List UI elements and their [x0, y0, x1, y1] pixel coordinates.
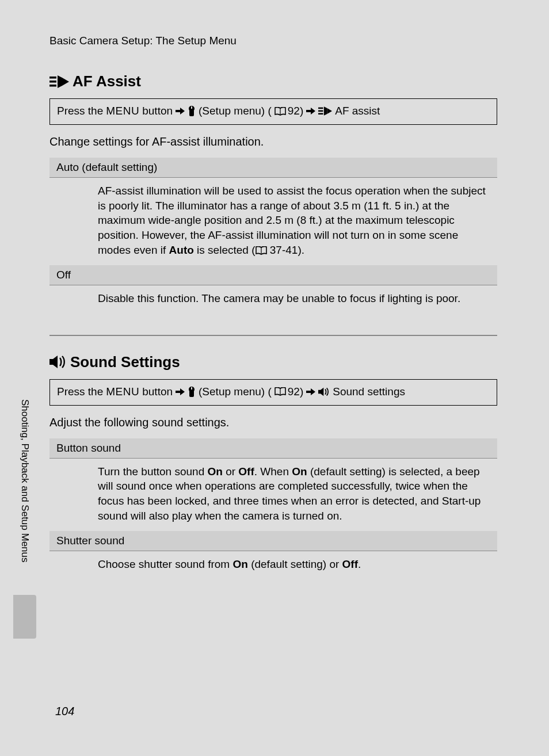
side-tab-label: Shooting, Playback and Setup Menus: [13, 399, 30, 588]
book-icon: [274, 107, 286, 116]
option-text: (default setting) or: [248, 558, 342, 570]
svg-rect-0: [49, 77, 56, 79]
page-number: 104: [55, 705, 74, 718]
option-text: .: [358, 558, 361, 570]
wrench-icon: [188, 387, 196, 397]
option-text: Disable this function. The camera may be…: [98, 292, 460, 304]
option-text: . When: [254, 465, 292, 478]
arrow-right-icon: [176, 107, 185, 115]
options-table-sound: Button sound Turn the button sound On or…: [49, 438, 497, 580]
option-body: Choose shutter sound from On (default se…: [49, 551, 497, 580]
option-header: Off: [49, 265, 497, 285]
nav-text: (Setup menu) (: [199, 385, 272, 398]
wrench-icon: [188, 106, 196, 116]
section-af-assist: AF Assist Press the MENU button (Setup m…: [49, 72, 497, 314]
page-reference: 92): [274, 385, 303, 398]
option-bold: Off: [342, 558, 358, 570]
option-header: Auto (default setting): [49, 158, 497, 178]
af-assist-icon: [318, 106, 332, 116]
sound-icon: [318, 387, 330, 396]
svg-rect-2: [49, 85, 56, 87]
option-text: is selected (: [194, 244, 256, 256]
option-bold: On: [292, 465, 307, 478]
options-table-af-assist: Auto (default setting) AF-assist illumin…: [49, 158, 497, 314]
nav-text: Press the: [57, 105, 103, 117]
af-assist-icon: [49, 75, 69, 88]
sound-icon: [49, 355, 67, 369]
arrow-right-icon: [306, 107, 315, 115]
svg-rect-1: [49, 81, 56, 83]
breadcrumb: Basic Camera Setup: The Setup Menu: [49, 35, 497, 47]
section-title: AF Assist: [73, 72, 141, 90]
option-text: Choose shutter sound from: [98, 558, 232, 570]
page-ref-number: 37-41).: [270, 244, 304, 256]
section-title: Sound Settings: [70, 353, 180, 371]
nav-text: Press the: [57, 385, 103, 398]
section-heading-sound-settings: Sound Settings: [49, 353, 497, 371]
side-tab-marker: [13, 595, 36, 639]
option-bold: On: [207, 465, 222, 478]
section-divider: [49, 335, 497, 336]
book-icon: [274, 387, 286, 396]
nav-text: button: [142, 385, 173, 398]
page-reference: 92): [274, 105, 303, 117]
svg-rect-6: [318, 113, 323, 114]
option-text: Turn the button sound: [98, 465, 207, 478]
book-icon: [256, 246, 267, 255]
section-intro: Change settings for AF-assist illuminati…: [49, 135, 497, 148]
nav-path-sound-settings: Press the MENU button (Setup menu) ( 92): [49, 379, 497, 406]
nav-item-label: AF assist: [335, 105, 380, 117]
section-intro: Adjust the following sound settings.: [49, 416, 497, 429]
arrow-right-icon: [306, 388, 315, 396]
option-body: Disable this function. The camera may be…: [49, 285, 497, 314]
svg-rect-5: [318, 110, 323, 112]
nav-path-af-assist: Press the MENU button (Setup menu) ( 92): [49, 98, 497, 125]
option-body: AF-assist illumination will be used to a…: [49, 178, 497, 265]
option-bold: Off: [238, 465, 254, 478]
option-header: Shutter sound: [49, 531, 497, 551]
option-body: Turn the button sound On or Off. When On…: [49, 459, 497, 532]
option-text: or: [223, 465, 238, 478]
page: Shooting, Playback and Setup Menus Basic…: [0, 0, 549, 756]
arrow-right-icon: [176, 388, 185, 396]
section-sound-settings: Sound Settings Press the MENU button (Se…: [49, 353, 497, 580]
menu-button-label: MENU: [106, 105, 139, 117]
nav-text: (Setup menu) (: [199, 105, 272, 117]
nav-item-label: Sound settings: [333, 385, 405, 398]
option-bold: Auto: [169, 244, 194, 256]
side-tab: Shooting, Playback and Setup Menus: [13, 399, 36, 640]
menu-button-label: MENU: [106, 385, 139, 398]
option-bold: On: [232, 558, 247, 570]
page-ref-number: 92): [288, 385, 303, 398]
section-heading-af-assist: AF Assist: [49, 72, 497, 90]
content-area: Basic Camera Setup: The Setup Menu AF As…: [49, 35, 497, 580]
svg-rect-4: [318, 108, 323, 109]
page-ref-number: 92): [288, 105, 303, 117]
option-header: Button sound: [49, 438, 497, 459]
nav-text: button: [142, 105, 173, 117]
